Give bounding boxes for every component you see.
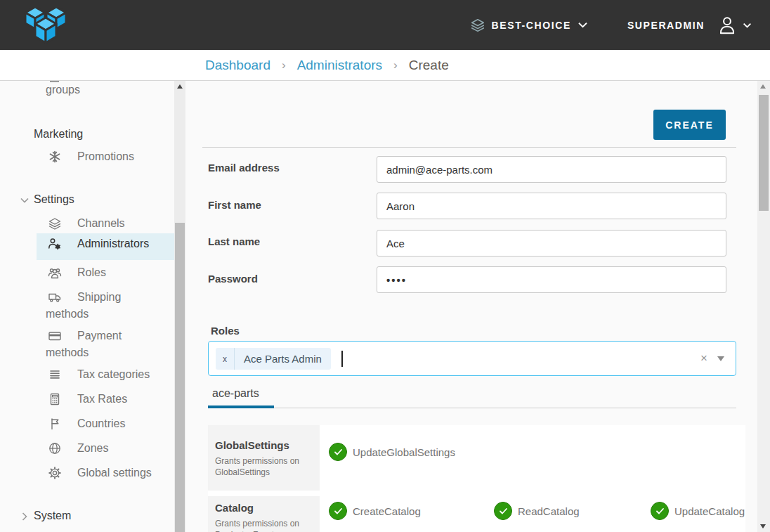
credit-card-icon bbox=[48, 329, 62, 343]
username: SUPERADMIN bbox=[627, 20, 705, 31]
globe-icon bbox=[48, 441, 62, 455]
cog-icon bbox=[48, 466, 62, 480]
user-icon bbox=[716, 14, 738, 37]
breadcrumb-dashboard[interactable]: Dashboard bbox=[205, 58, 270, 73]
scroll-up-button[interactable] bbox=[174, 81, 185, 92]
check-circle-icon bbox=[494, 502, 512, 520]
first-name-label: First name bbox=[208, 199, 261, 211]
last-name-label: Last name bbox=[208, 235, 260, 247]
tab-active-indicator bbox=[208, 406, 274, 408]
password-label: Password bbox=[208, 273, 258, 285]
admin-create-page: BEST-CHOICE SUPERADMIN Dashboard › bbox=[0, 0, 770, 532]
email-label: Email address bbox=[208, 162, 280, 174]
sidebar-item-shipping-methods[interactable]: Shipping methods bbox=[46, 289, 167, 323]
row-gap bbox=[208, 491, 745, 496]
sidebar-item-customer-groups-clipped[interactable]: groups bbox=[46, 84, 80, 96]
sidebar-item-global-settings[interactable]: Global settings bbox=[46, 465, 167, 481]
permission-toggle-updatecatalog[interactable]: UpdateCatalog bbox=[651, 502, 745, 520]
create-button[interactable]: CREATE bbox=[653, 110, 726, 140]
main-scrollbar-thumb[interactable] bbox=[759, 95, 769, 211]
check-icon bbox=[655, 507, 665, 515]
scroll-down-button[interactable] bbox=[757, 521, 769, 532]
sidebar-section-system[interactable]: System bbox=[34, 510, 71, 522]
vendure-logo[interactable] bbox=[20, 4, 72, 48]
roles-label: Roles bbox=[211, 325, 240, 337]
check-circle-icon bbox=[651, 502, 669, 520]
logo-cubes-icon bbox=[20, 4, 72, 46]
permissions-table: GlobalSettings Grants permissions on Glo… bbox=[208, 425, 745, 532]
header-bar: Dashboard › Administrators › Create bbox=[0, 50, 770, 81]
user-menu[interactable]: SUPERADMIN bbox=[627, 14, 752, 37]
chevron-down-icon bbox=[18, 194, 31, 207]
breadcrumb-administrators[interactable]: Administrators bbox=[297, 58, 382, 73]
permission-toggle-updateglobalsettings[interactable]: UpdateGlobalSettings bbox=[329, 443, 455, 461]
sidebar-scrollbar[interactable] bbox=[174, 81, 185, 532]
last-name-field[interactable] bbox=[377, 230, 726, 257]
promotions-icon bbox=[48, 150, 62, 164]
chevron-down-icon bbox=[743, 22, 752, 29]
role-chip-label: Ace Parts Admin bbox=[235, 348, 331, 370]
tab-ace-parts[interactable]: ace-parts bbox=[212, 387, 259, 400]
administrator-icon bbox=[48, 237, 62, 251]
roles-select[interactable]: x Ace Parts Admin × bbox=[208, 341, 736, 376]
password-field[interactable] bbox=[377, 266, 726, 293]
topbar: BEST-CHOICE SUPERADMIN bbox=[0, 0, 770, 50]
breadcrumb-separator: › bbox=[393, 58, 398, 72]
sidebar-scrollbar-thumb[interactable] bbox=[175, 223, 185, 532]
sidebar-item-channels[interactable]: Channels bbox=[46, 215, 167, 232]
main-scrollbar[interactable] bbox=[757, 81, 770, 532]
calculator-icon bbox=[48, 392, 62, 406]
main-content: CREATE Email address First name Last nam… bbox=[185, 81, 757, 532]
sidebar-item-tax-rates[interactable]: Tax Rates bbox=[46, 391, 167, 408]
users-icon bbox=[48, 266, 62, 280]
sidebar-item-administrators[interactable]: Administrators bbox=[46, 235, 167, 252]
channel-name: BEST-CHOICE bbox=[492, 20, 571, 31]
sidebar-item-roles[interactable]: Roles bbox=[46, 264, 167, 281]
check-icon bbox=[334, 448, 343, 456]
sidebar-item-tax-categories[interactable]: Tax categories bbox=[46, 366, 167, 383]
tab-underline-track bbox=[208, 408, 736, 408]
check-circle-icon bbox=[329, 443, 347, 461]
permission-toggle-createcatalog[interactable]: CreateCatalog bbox=[329, 502, 421, 520]
section-divider bbox=[202, 147, 736, 148]
breadcrumb-separator: › bbox=[282, 58, 286, 72]
sidebar-item-countries[interactable]: Countries bbox=[46, 415, 167, 432]
check-circle-icon bbox=[329, 502, 347, 520]
first-name-field[interactable] bbox=[377, 193, 726, 219]
sidebar-item-zones[interactable]: Zones bbox=[46, 440, 167, 457]
role-chip: x Ace Parts Admin bbox=[216, 348, 331, 370]
dropdown-caret-icon[interactable] bbox=[717, 356, 724, 361]
truck-icon bbox=[48, 290, 62, 304]
check-icon bbox=[334, 507, 343, 515]
permission-group-header: GlobalSettings Grants permissions on Glo… bbox=[208, 425, 320, 491]
sidebar-item-promotions[interactable]: Promotions bbox=[46, 148, 167, 165]
breadcrumb-create: Create bbox=[409, 58, 449, 73]
check-icon bbox=[499, 507, 508, 515]
flag-icon bbox=[48, 417, 62, 431]
breadcrumb: Dashboard › Administrators › Create bbox=[205, 50, 449, 81]
list-icon bbox=[48, 368, 62, 382]
sidebar-item-payment-methods[interactable]: Payment methods bbox=[46, 327, 167, 361]
text-cursor bbox=[341, 351, 343, 367]
channel-switcher[interactable]: BEST-CHOICE bbox=[470, 18, 588, 33]
layers-icon bbox=[470, 18, 485, 33]
chevron-right-icon bbox=[18, 510, 31, 523]
clear-selection-icon[interactable]: × bbox=[700, 351, 707, 365]
permission-toggle-readcatalog[interactable]: ReadCatalog bbox=[494, 502, 580, 520]
permission-group-header: Catalog Grants permissions on Products, … bbox=[208, 496, 320, 532]
sidebar-nav: groups Marketing Promotions Settings bbox=[0, 81, 174, 532]
permission-row-catalog: Catalog Grants permissions on Products, … bbox=[208, 496, 745, 532]
sidebar-section-settings[interactable]: Settings bbox=[34, 193, 74, 206]
chevron-down-icon bbox=[578, 21, 588, 29]
email-field[interactable] bbox=[377, 156, 726, 183]
permission-row-globalsettings: GlobalSettings Grants permissions on Glo… bbox=[208, 425, 745, 491]
sidebar-section-marketing: Marketing bbox=[34, 128, 83, 141]
clipped-icon-fragment bbox=[50, 81, 59, 82]
layers-icon bbox=[48, 216, 62, 231]
scroll-up-button[interactable] bbox=[757, 81, 769, 92]
remove-role-icon[interactable]: x bbox=[216, 348, 235, 370]
